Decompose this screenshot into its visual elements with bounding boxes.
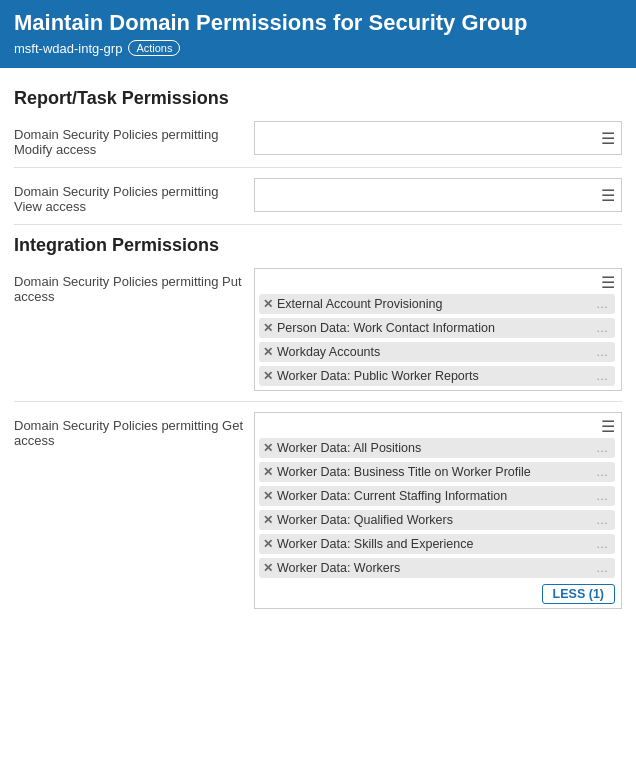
report-task-title: Report/Task Permissions xyxy=(14,88,622,109)
tag-more-icon[interactable]: … xyxy=(596,537,609,551)
view-list-icon[interactable]: ☰ xyxy=(601,186,615,205)
integration-title: Integration Permissions xyxy=(14,235,622,256)
page-header: Maintain Domain Permissions for Security… xyxy=(0,0,636,68)
view-access-row: Domain Security Policies permitting View… xyxy=(14,178,622,225)
put-access-label: Domain Security Policies permitting Put … xyxy=(14,268,254,304)
put-access-row: Domain Security Policies permitting Put … xyxy=(14,268,622,402)
page-title: Maintain Domain Permissions for Security… xyxy=(14,10,622,36)
view-access-label: Domain Security Policies permitting View… xyxy=(14,178,254,214)
tag-text: Worker Data: Skills and Experience xyxy=(277,537,592,551)
list-item: ✕ Worker Data: All Positions … xyxy=(259,438,615,458)
list-item: ✕ Workday Accounts … xyxy=(259,342,615,362)
tag-text: Person Data: Work Contact Information xyxy=(277,321,592,335)
tag-text: Worker Data: Business Title on Worker Pr… xyxy=(277,465,592,479)
list-item: ✕ External Account Provisioning … xyxy=(259,294,615,314)
actions-badge[interactable]: Actions xyxy=(128,40,180,56)
tag-more-icon[interactable]: … xyxy=(596,513,609,527)
get-list-icon[interactable]: ☰ xyxy=(601,417,615,436)
list-item: ✕ Person Data: Work Contact Information … xyxy=(259,318,615,338)
remove-tag-icon[interactable]: ✕ xyxy=(263,561,273,575)
tag-more-icon[interactable]: … xyxy=(596,441,609,455)
modify-access-input[interactable]: ☰ xyxy=(254,121,622,155)
modify-access-row: Domain Security Policies permitting Modi… xyxy=(14,121,622,168)
modify-access-label: Domain Security Policies permitting Modi… xyxy=(14,121,254,157)
put-access-field[interactable]: ☰ ✕ External Account Provisioning … ✕ Pe… xyxy=(254,268,622,391)
tag-more-icon[interactable]: … xyxy=(596,297,609,311)
main-content: Report/Task Permissions Domain Security … xyxy=(0,68,636,649)
tag-text: Workday Accounts xyxy=(277,345,592,359)
modify-list-icon[interactable]: ☰ xyxy=(601,129,615,148)
tag-more-icon[interactable]: … xyxy=(596,489,609,503)
get-access-row: Domain Security Policies permitting Get … xyxy=(14,412,622,619)
remove-tag-icon[interactable]: ✕ xyxy=(263,465,273,479)
less-button[interactable]: LESS (1) xyxy=(542,584,615,604)
remove-tag-icon[interactable]: ✕ xyxy=(263,537,273,551)
remove-tag-icon[interactable]: ✕ xyxy=(263,489,273,503)
tag-more-icon[interactable]: … xyxy=(596,321,609,335)
remove-tag-icon[interactable]: ✕ xyxy=(263,345,273,359)
list-item: ✕ Worker Data: Business Title on Worker … xyxy=(259,462,615,482)
tag-more-icon[interactable]: … xyxy=(596,369,609,383)
remove-tag-icon[interactable]: ✕ xyxy=(263,513,273,527)
remove-tag-icon[interactable]: ✕ xyxy=(263,441,273,455)
get-access-field[interactable]: ☰ ✕ Worker Data: All Positions … ✕ Worke… xyxy=(254,412,622,609)
tag-more-icon[interactable]: … xyxy=(596,561,609,575)
tag-more-icon[interactable]: … xyxy=(596,345,609,359)
tag-text: Worker Data: All Positions xyxy=(277,441,592,455)
security-group-name: msft-wdad-intg-grp xyxy=(14,41,122,56)
integration-section: Integration Permissions Domain Security … xyxy=(14,235,622,619)
get-tags-list: ✕ Worker Data: All Positions … ✕ Worker … xyxy=(259,438,615,578)
report-task-section: Report/Task Permissions Domain Security … xyxy=(14,88,622,225)
list-item: ✕ Worker Data: Workers … xyxy=(259,558,615,578)
less-button-container: LESS (1) xyxy=(259,584,615,604)
tag-more-icon[interactable]: … xyxy=(596,465,609,479)
list-item: ✕ Worker Data: Qualified Workers … xyxy=(259,510,615,530)
list-item: ✕ Worker Data: Current Staffing Informat… xyxy=(259,486,615,506)
put-field-header: ☰ xyxy=(259,273,615,292)
tag-text: Worker Data: Current Staffing Informatio… xyxy=(277,489,592,503)
get-field-header: ☰ xyxy=(259,417,615,436)
list-item: ✕ Worker Data: Public Worker Reports … xyxy=(259,366,615,386)
put-list-icon[interactable]: ☰ xyxy=(601,273,615,292)
tag-text: Worker Data: Public Worker Reports xyxy=(277,369,592,383)
tag-text: Worker Data: Qualified Workers xyxy=(277,513,592,527)
put-tags-list: ✕ External Account Provisioning … ✕ Pers… xyxy=(259,294,615,386)
get-access-label: Domain Security Policies permitting Get … xyxy=(14,412,254,448)
view-access-input[interactable]: ☰ xyxy=(254,178,622,212)
remove-tag-icon[interactable]: ✕ xyxy=(263,297,273,311)
remove-tag-icon[interactable]: ✕ xyxy=(263,321,273,335)
tag-text: External Account Provisioning xyxy=(277,297,592,311)
header-subtitle: msft-wdad-intg-grp Actions xyxy=(14,40,622,56)
remove-tag-icon[interactable]: ✕ xyxy=(263,369,273,383)
tag-text: Worker Data: Workers xyxy=(277,561,592,575)
list-item: ✕ Worker Data: Skills and Experience … xyxy=(259,534,615,554)
